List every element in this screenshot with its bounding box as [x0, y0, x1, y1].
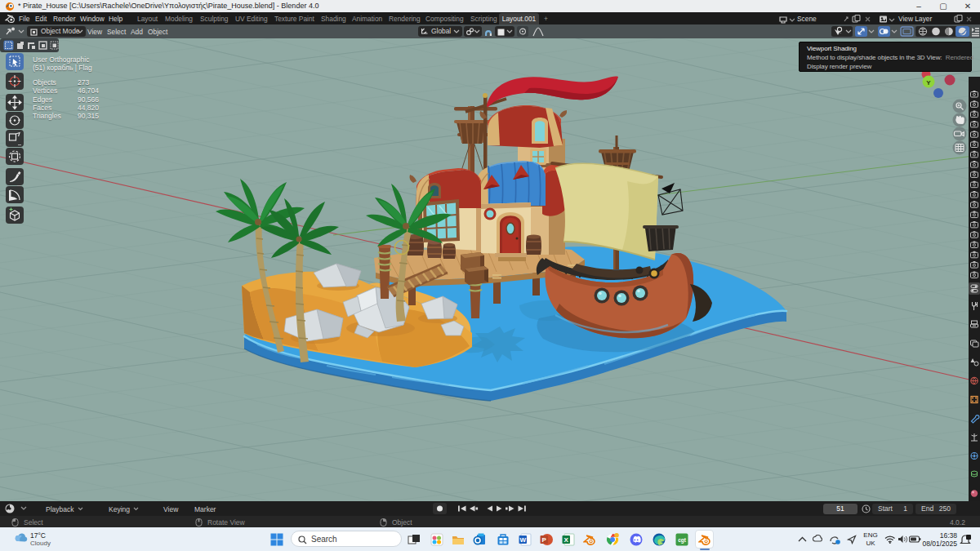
svg-text:X: X [564, 536, 569, 544]
svg-text:P: P [542, 536, 547, 544]
svg-text:W: W [519, 536, 526, 544]
svg-text:Y: Y [926, 79, 931, 87]
svg-text:cgt: cgt [678, 537, 687, 544]
